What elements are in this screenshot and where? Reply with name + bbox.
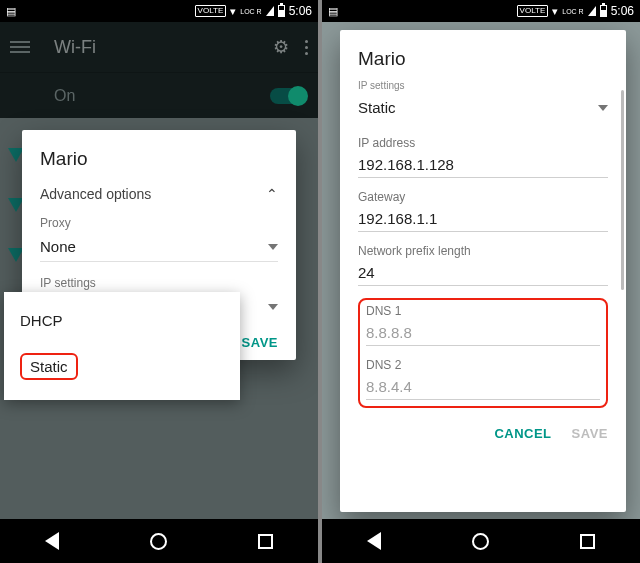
dialog-title: Mario xyxy=(358,48,608,70)
dialog-title: Mario xyxy=(40,148,278,170)
gateway-input[interactable]: 192.168.1.1 xyxy=(358,204,608,232)
dns2-label: DNS 2 xyxy=(366,358,600,372)
dropdown-option-static[interactable]: Static xyxy=(4,341,240,392)
chevron-down-icon xyxy=(268,304,278,310)
network-dialog: Mario IP settings Static IP address 192.… xyxy=(340,30,626,512)
gateway-label: Gateway xyxy=(358,190,608,204)
phone-left: ▤ VOLTE ▾ LOC R 5:06 Wi-Fi ⚙ On Mari xyxy=(0,0,318,563)
advanced-options-toggle[interactable]: Advanced options ⌃ xyxy=(40,186,278,202)
prefix-input[interactable]: 24 xyxy=(358,258,608,286)
wifi-icon: ▾ xyxy=(230,5,236,18)
loc-r-label: LOC R xyxy=(562,8,583,15)
phone-right: ▤ VOLTE ▾ LOC R 5:06 Mario IP settings S… xyxy=(322,0,640,563)
dns2-input[interactable]: 8.8.4.4 xyxy=(366,372,600,400)
battery-icon xyxy=(600,5,607,17)
image-icon: ▤ xyxy=(328,5,338,18)
signal-icon xyxy=(588,6,596,16)
volte-badge: VOLTE xyxy=(517,5,549,17)
nav-home-icon[interactable] xyxy=(472,533,489,550)
ip-settings-label: IP settings xyxy=(40,276,278,290)
save-button[interactable]: SAVE xyxy=(572,426,608,441)
proxy-label: Proxy xyxy=(40,216,278,230)
nav-bar xyxy=(322,519,640,563)
scrollbar[interactable] xyxy=(621,90,624,290)
status-bar: ▤ VOLTE ▾ LOC R 5:06 xyxy=(322,0,640,22)
cancel-button[interactable]: CANCEL xyxy=(494,426,551,441)
advanced-options-label: Advanced options xyxy=(40,186,151,202)
dns-highlight-box: DNS 1 8.8.8.8 DNS 2 8.8.4.4 xyxy=(358,298,608,408)
nav-bar xyxy=(0,519,318,563)
chevron-down-icon xyxy=(598,105,608,111)
battery-icon xyxy=(278,5,285,17)
save-button[interactable]: SAVE xyxy=(242,335,278,350)
loc-r-label: LOC R xyxy=(240,8,261,15)
nav-home-icon[interactable] xyxy=(150,533,167,550)
ip-settings-dropdown: DHCP Static xyxy=(4,292,240,400)
volte-badge: VOLTE xyxy=(195,5,227,17)
prefix-label: Network prefix length xyxy=(358,244,608,258)
nav-back-icon[interactable] xyxy=(367,532,381,550)
ip-settings-select[interactable]: Static xyxy=(358,91,608,130)
ip-settings-label: IP settings xyxy=(358,80,608,91)
ip-address-input[interactable]: 192.168.1.128 xyxy=(358,150,608,178)
dropdown-option-dhcp[interactable]: DHCP xyxy=(4,300,240,341)
proxy-select[interactable]: None xyxy=(40,230,278,262)
dns1-label: DNS 1 xyxy=(366,304,600,318)
clock: 5:06 xyxy=(611,4,634,18)
nav-recent-icon[interactable] xyxy=(258,534,273,549)
static-highlight: Static xyxy=(20,353,78,380)
chevron-down-icon xyxy=(268,244,278,250)
nav-back-icon[interactable] xyxy=(45,532,59,550)
chevron-up-icon: ⌃ xyxy=(266,186,278,202)
clock: 5:06 xyxy=(289,4,312,18)
ip-address-label: IP address xyxy=(358,136,608,150)
ip-settings-value: Static xyxy=(358,99,396,116)
signal-icon xyxy=(266,6,274,16)
wifi-icon: ▾ xyxy=(552,5,558,18)
status-bar: ▤ VOLTE ▾ LOC R 5:06 xyxy=(0,0,318,22)
dns1-input[interactable]: 8.8.8.8 xyxy=(366,318,600,346)
nav-recent-icon[interactable] xyxy=(580,534,595,549)
image-icon: ▤ xyxy=(6,5,16,18)
proxy-value: None xyxy=(40,238,76,255)
